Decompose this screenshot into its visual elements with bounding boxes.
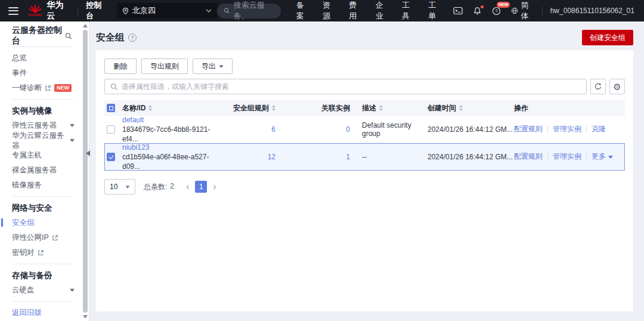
configure-rules-link[interactable]: 配置规则 [514,152,543,162]
search-icon [110,83,118,91]
divider [12,196,73,197]
help-icon[interactable]: ? NEW [492,7,501,16]
huawei-cloud-logo[interactable]: HUAWEI 华为云 [28,0,70,21]
export-button[interactable]: 导出 [193,58,233,74]
more-actions-link[interactable]: 更多 [592,152,613,162]
sidebar-item-diagnosis[interactable]: 一键诊断 NEW [12,81,89,95]
divider [12,301,73,302]
action-divider [547,153,548,160]
prev-page-button[interactable]: ‹ [186,182,189,192]
sidebar-collapse-handle[interactable] [86,146,93,160]
topbar-divider [78,7,78,15]
sidebar: 云服务器控制台 总览 事件 一键诊断 NEW 实例与镜像 弹性云服务器 华为云耀… [0,21,89,321]
chevron-down-icon [206,9,212,13]
column-header-name-id[interactable]: 名称/ID [122,103,222,113]
menu-item-beian[interactable]: 备案 [296,0,311,21]
region-selector[interactable]: 北京四 [117,3,218,18]
sidebar-section-storage: 存储与备份 [12,268,89,283]
search-icon [224,7,230,14]
sort-icon[interactable] [459,105,463,111]
configure-rules-link[interactable]: 配置规则 [514,124,543,134]
filter-search-input[interactable] [122,82,581,91]
manage-instances-link[interactable]: 管理实例 [553,152,581,162]
rules-count-link[interactable]: 6 [271,125,275,134]
sidebar-item-ims[interactable]: 镜像服务 [12,178,89,193]
row-checkbox[interactable] [107,153,115,161]
column-settings-button[interactable]: ⚙ [609,79,625,94]
help-new-badge: NEW [497,2,510,8]
page-title: 安全组 [96,32,125,44]
sidebar-back-to-old-link[interactable]: 返回旧版 [12,305,89,320]
pagination: 10 总条数: 2 ‹ 1 › [104,179,625,195]
huawei-logo-text: HUAWEI [29,14,42,17]
clone-link[interactable]: 克隆 [592,124,606,134]
topbar: HUAWEI 华为云 控制台 北京四 搜索云服务、 备案 资源 费用 企业 工具… [0,0,644,21]
console-link[interactable]: 控制台 [86,0,108,21]
chevron-down-icon [70,289,75,292]
cli-terminal-icon[interactable] [453,7,463,15]
export-rules-button[interactable]: 导出规则 [141,58,188,74]
menu-item-billing[interactable]: 费用 [349,0,363,21]
sidebar-item-bms[interactable]: 裸金属服务器 [12,163,89,178]
sidebar-item-eip[interactable]: 弹性公网IP [12,230,89,245]
column-header-description[interactable]: 描述 [350,103,428,113]
rules-count-link[interactable]: 12 [268,153,275,161]
menu-item-enterprise[interactable]: 企业 [376,0,390,21]
divider [12,99,73,100]
menu-item-tools[interactable]: 工具 [402,0,416,21]
security-group-name-link[interactable]: default [122,116,144,124]
page-help-icon[interactable]: ? [128,33,137,42]
action-divider [586,153,587,160]
filter-search-box[interactable] [104,79,587,94]
sidebar-item-hecs[interactable]: 华为云耀云服务器 [12,133,89,148]
scrollbar-thumb[interactable] [83,30,88,313]
sidebar-item-overview[interactable]: 总览 [12,51,89,66]
scroll-up-icon[interactable] [83,24,88,27]
sidebar-item-events[interactable]: 事件 [12,66,89,81]
sort-icon[interactable] [379,105,383,111]
column-header-actions: 操作 [514,103,625,113]
sidebar-item-keypairs[interactable]: 密钥对 [12,245,89,260]
menu-item-resources[interactable]: 资源 [323,0,337,21]
sidebar-item-deh[interactable]: 专属主机 [12,148,89,163]
column-header-rules[interactable]: 安全组规则 [222,103,275,113]
menu-item-tickets[interactable]: 工单 [428,0,442,21]
instances-count-link[interactable]: 0 [346,125,350,134]
chevron-down-icon [70,124,75,127]
sidebar-scrollbar[interactable] [82,23,88,320]
hamburger-menu-icon[interactable] [8,7,18,15]
column-header-created[interactable]: 创建时间 [428,103,514,113]
sort-icon[interactable] [148,105,152,111]
sidebar-item-evs[interactable]: 云硬盘 [12,283,89,298]
chevron-down-icon [219,65,224,67]
select-all-checkbox[interactable] [107,104,115,112]
topbar-search[interactable]: 搜索云服务、 [217,4,280,18]
page-size-select[interactable]: 10 [104,179,135,195]
created-time-cell: 2024/01/26 16:44:12 GM... [428,153,514,161]
language-selector[interactable]: 简体 [511,0,534,21]
divider [12,264,73,264]
account-id[interactable]: hw_008615110156062_01 [550,7,634,15]
manage-instances-link[interactable]: 管理实例 [553,124,581,134]
instances-count-link[interactable]: 1 [346,153,350,161]
sidebar-item-security-groups[interactable]: 安全组 [12,215,89,230]
sidebar-title: 云服务器控制台 [12,25,65,47]
brand-name: 华为云 [47,0,70,21]
current-page-button[interactable]: 1 [195,181,207,193]
row-checkbox[interactable] [107,125,115,134]
huawei-flower-icon: HUAWEI [28,5,42,17]
topbar-divider [542,7,543,15]
total-count: 总条数: 2 [144,182,174,192]
chevron-down-icon [126,186,130,188]
gear-icon: ⚙ [613,82,621,91]
notifications-bell-icon[interactable] [473,7,482,16]
column-header-instances[interactable]: 关联实例 [275,103,350,113]
divider [12,47,73,47]
create-security-group-button[interactable]: 创建安全组 [582,30,633,45]
next-page-button[interactable]: › [213,182,216,192]
refresh-button[interactable] [590,79,606,94]
sidebar-search-icon[interactable] [65,32,72,40]
scroll-down-icon[interactable] [83,315,88,319]
security-group-name-link[interactable]: niubi123 [122,143,149,152]
delete-button[interactable]: 删除 [104,58,137,74]
